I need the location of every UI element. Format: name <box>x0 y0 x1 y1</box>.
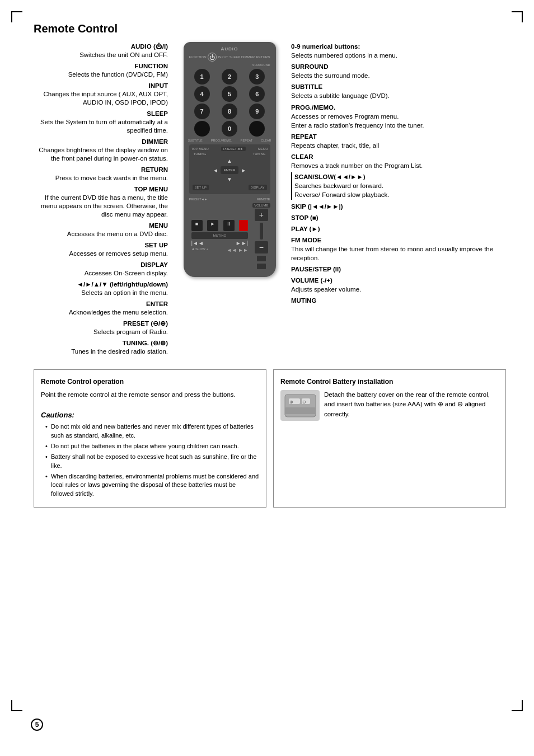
sleep-desc: Sets the System to turn off automaticall… <box>34 118 168 135</box>
btn-0[interactable]: 0 <box>222 121 237 137</box>
remote-audio-label: AUDIO <box>187 46 273 51</box>
audio-desc: Switches the unit ON and OFF. <box>34 51 168 59</box>
muting-btn[interactable]: MUTING <box>191 232 249 239</box>
btn-8[interactable]: 8 <box>222 104 237 119</box>
btn-2[interactable]: 2 <box>222 69 237 84</box>
btn-5[interactable]: 5 <box>222 86 237 102</box>
tuning-left-label: TUNING <box>194 152 207 156</box>
btn-7[interactable]: 7 <box>194 104 210 119</box>
caution-2: Do not put the batteries in the place wh… <box>45 442 259 450</box>
fmmode-title: FM MODE <box>291 236 506 245</box>
right-arrow[interactable]: ► <box>240 166 247 175</box>
vol-indicator2 <box>257 264 266 269</box>
play-r-item: PLAY (►) <box>291 224 506 233</box>
clear-label: CLEAR <box>261 139 271 142</box>
vol-down-btn[interactable]: − <box>255 241 268 253</box>
remote-label: REMOTE <box>257 198 270 201</box>
menu-item: MENU Accesses the menu on a DVD disc. <box>34 221 168 238</box>
function-item: FUNCTION Selects the function (DVD/CD, F… <box>34 62 168 79</box>
slow-row: ◄ SLOW + ◄◄ ►► <box>189 247 251 253</box>
repeat-label: REPEAT <box>241 139 253 142</box>
stop-r-item: STOP (■) <box>291 213 506 222</box>
dimmer-title: DIMMER <box>34 137 168 146</box>
menu-label-r: MENU <box>258 147 268 151</box>
play-row: ■ ► ⏸ <box>189 220 251 231</box>
svg-text:⊖: ⊖ <box>302 400 306 405</box>
setup-display-row: SET UP DISPLAY <box>191 185 268 190</box>
enter-desc: Acknowledges the menu selection. <box>34 308 168 317</box>
setup-btn[interactable]: SET UP <box>193 185 209 190</box>
fmmode-item: FM MODE This will change the tuner from … <box>291 236 506 262</box>
arrows-item: ◄/►/▲/▼ (left/right/up/down) Selects an … <box>34 280 168 297</box>
enter-btn[interactable]: ENTER <box>221 166 238 174</box>
input-title: INPUT <box>34 81 168 90</box>
topmenu-title: TOP MENU <box>34 185 168 194</box>
nav-top-row: TOP MENU PRESET◄► MENU <box>191 147 268 151</box>
battery-image: ⊕ ⊖ <box>280 390 320 421</box>
caution-4: When discarding batteries, environmental… <box>45 472 259 498</box>
input-label-remote: INPUT <box>218 55 228 59</box>
subtitle-r-title: SUBTITLE <box>291 82 506 91</box>
tuning-title: TUNING. (⊖/⊕) <box>34 339 168 348</box>
left-column: AUDIO (⏻/I) Switches the unit ON and OFF… <box>34 42 168 358</box>
power-btn[interactable]: ⏻ <box>208 53 217 62</box>
muting-r-title: MUTING <box>291 296 506 305</box>
display-desc: Accesses On-Screen display. <box>34 269 168 278</box>
btn-9[interactable]: 9 <box>249 104 265 119</box>
btn-6[interactable]: 6 <box>249 86 265 102</box>
up-arrow[interactable]: ▲ <box>226 157 233 165</box>
return-title: RETURN <box>34 165 168 174</box>
transport-section: ■ ► ⏸ MUTING |◄◄ ►►| <box>189 220 251 253</box>
play-r-title: PLAY (►) <box>291 224 506 233</box>
numerical-item: 0-9 numerical buttons: Selects numbered … <box>291 42 506 60</box>
return-label-remote: RETURN <box>256 55 270 59</box>
svg-rect-5 <box>285 407 316 414</box>
pause-btn[interactable]: ⏸ <box>223 220 235 231</box>
volume-r-item: VOLUME (-/+) Adjusts speaker volume. <box>291 276 506 294</box>
cautions-list: Do not mix old and new batteries and nev… <box>41 422 259 498</box>
left-arrow[interactable]: ◄ <box>212 166 219 175</box>
volume-r-title: VOLUME (-/+) <box>291 276 506 285</box>
surround-item: SURROUND Selects the surround mode. <box>291 62 506 80</box>
corner-br <box>512 700 523 711</box>
corner-tr <box>512 11 523 22</box>
red-btn[interactable] <box>239 220 248 231</box>
transport-vol-section: ■ ► ⏸ MUTING |◄◄ ►►| <box>189 203 270 269</box>
operation-desc: Point the remote control at the remote s… <box>41 390 259 400</box>
topmenu-item: TOP MENU If the current DVD title has a … <box>34 185 168 219</box>
display-title: DISPLAY <box>34 260 168 269</box>
display-item: DISPLAY Accesses On-Screen display. <box>34 260 168 278</box>
btn-dark1[interactable] <box>194 121 210 137</box>
skip-fwd-btn[interactable]: ►►| <box>236 240 248 246</box>
display-btn[interactable]: DISPLAY <box>249 185 267 190</box>
skip-back-btn[interactable]: |◄◄ <box>191 240 204 246</box>
bottom-section: Remote Control operation Point the remot… <box>34 369 506 508</box>
setup-item: SET UP Accesses or removes setup menu. <box>34 241 168 258</box>
menu-title: MENU <box>34 221 168 230</box>
play-btn[interactable]: ► <box>207 220 218 231</box>
dimmer-desc: Changes brightness of the display window… <box>34 146 168 163</box>
fmmode-desc: This will change the tuner from stereo t… <box>291 245 506 262</box>
preset-bottom-label: PRESET◄► <box>189 198 208 201</box>
down-arrow[interactable]: ▼ <box>226 175 233 184</box>
dimmer-item: DIMMER Changes brightness of the display… <box>34 137 168 163</box>
remote-control: AUDIO FUNCTION ⏻ INPUT SLEEP DIMMER RETU… <box>184 42 276 277</box>
btn-3[interactable]: 3 <box>249 69 265 84</box>
setup-title: SET UP <box>34 241 168 250</box>
vol-up-btn[interactable]: + <box>255 209 268 221</box>
battery-title: Remote Control Battery installation <box>280 377 499 387</box>
btn-4[interactable]: 4 <box>194 86 210 102</box>
setup-desc: Accesses or removes setup menu. <box>34 250 168 258</box>
volume-control: VOLUME + − <box>252 203 270 269</box>
input-item: INPUT Changes the input source ( AUX, AU… <box>34 81 168 107</box>
btn-1[interactable]: 1 <box>194 69 210 84</box>
arrows-desc: Selects an option in the menu. <box>34 289 168 297</box>
main-content: AUDIO (⏻/I) Switches the unit ON and OFF… <box>34 42 506 358</box>
btn-dark2[interactable] <box>249 121 265 137</box>
preset-desc: Selects program of Radio. <box>34 328 168 336</box>
pause-r-title: PAUSE/STEP (II) <box>291 265 506 274</box>
subtitle-label: SUBTITLE <box>188 139 203 142</box>
return-desc: Press to move back wards in the menu. <box>34 174 168 182</box>
slow-fwd-btn[interactable]: ◄◄ ►► <box>227 247 248 253</box>
stop-btn[interactable]: ■ <box>191 220 203 231</box>
